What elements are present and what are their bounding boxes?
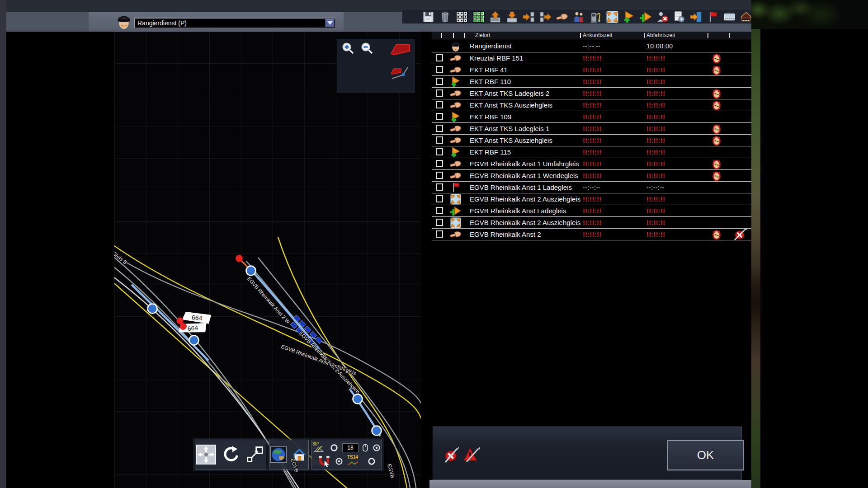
row-checkbox[interactable] — [436, 113, 443, 120]
login-icon[interactable] — [690, 11, 702, 23]
insert-right-icon[interactable] — [523, 11, 535, 23]
control-point[interactable] — [189, 336, 199, 345]
destination-row[interactable]: EKT Anst TKS Ladegleis 1!!:!!:!!!!:!!:!! — [432, 123, 751, 135]
grid-icon[interactable] — [456, 11, 468, 23]
download-icon[interactable] — [506, 11, 518, 23]
track-object-icon[interactable] — [390, 42, 411, 56]
track-object-node-icon[interactable] — [389, 65, 411, 80]
destination-row[interactable]: EGVB Rheinkalk Anst 2 Ausziehgleis!!:!!:… — [432, 193, 751, 205]
radio-ring-icon[interactable] — [367, 457, 376, 466]
destination-row[interactable]: EKT Anst TKS Ausziehgleis!!:!!:!!!!:!!:!… — [432, 99, 751, 111]
selected-track-segment[interactable] — [132, 285, 208, 361]
track-style-icon[interactable]: TS14 — [347, 455, 363, 468]
control-point[interactable] — [148, 304, 157, 314]
radio-selected-icon[interactable] — [372, 443, 381, 452]
row-checkbox[interactable] — [436, 101, 443, 108]
move-tool-button[interactable] — [196, 445, 216, 465]
zoom-in-icon[interactable] — [341, 42, 355, 55]
row-checkbox[interactable] — [436, 148, 443, 155]
remove-entry-icon[interactable] — [734, 228, 747, 241]
row-checkbox[interactable] — [436, 195, 443, 202]
scale-tool-button[interactable] — [245, 445, 265, 465]
destination-row[interactable]: EKT RBF 110!!:!!:!!!!:!!:!! — [432, 76, 751, 88]
wait-clock-icon[interactable] — [712, 65, 721, 75]
destination-row[interactable]: EGVB Rheinkalk Anst 2!!:!!:!!!!:!!:!! — [432, 229, 751, 240]
keypad-icon[interactable] — [723, 11, 736, 23]
wait-clock-icon[interactable] — [712, 123, 721, 134]
column-header-ankunftszeit[interactable]: Ankunftszeit — [583, 32, 612, 38]
ok-button[interactable]: OK — [667, 440, 744, 470]
service-row[interactable]: Rangierdienst--:--:--10:00:00 — [432, 39, 751, 52]
wait-clock-icon[interactable] — [712, 135, 721, 146]
grid-value-input[interactable]: 18 — [342, 443, 359, 452]
track-endpoint-marker[interactable] — [236, 255, 243, 262]
zoom-out-icon[interactable] — [360, 42, 374, 55]
row-checkbox[interactable] — [436, 183, 443, 191]
destination-row[interactable]: EKT RBF 115!!:!!:!!!!:!!:!! — [432, 146, 751, 158]
snap-magnet-icon[interactable] — [317, 455, 331, 467]
destination-row[interactable]: EKT RBF 109!!:!!:!!!!:!!:!! — [432, 111, 751, 123]
save-icon[interactable] — [422, 11, 434, 23]
upload-icon[interactable] — [489, 11, 501, 23]
wait-clock-icon[interactable] — [712, 170, 721, 181]
wait-clock-icon[interactable] — [712, 53, 721, 64]
radio-selected-icon[interactable] — [335, 457, 344, 466]
table-body: Rangierdienst--:--:--10:00:00Kreuztal RB… — [432, 39, 751, 240]
hand-icon[interactable] — [556, 11, 568, 23]
fuel-icon[interactable] — [590, 11, 602, 23]
plus-arrow-icon[interactable] — [640, 11, 652, 23]
destination-row[interactable]: Kreuztal RBF 151!!:!!:!!!!:!!:!! — [432, 52, 751, 64]
wait-clock-icon[interactable] — [712, 229, 721, 240]
insert-left-icon[interactable] — [539, 11, 552, 23]
profile-dropdown[interactable]: Rangierdienst (P) — [134, 18, 336, 28]
destination-row[interactable]: EGVB Rheinkalk Anst 1 Ladegleis--:--:---… — [432, 182, 751, 193]
row-checkbox[interactable] — [436, 54, 443, 61]
control-point[interactable] — [353, 394, 363, 404]
destination-row[interactable]: EKT Anst TKS Ausziehgleis!!:!!:!!!!:!!:!… — [432, 135, 751, 146]
destination-row[interactable]: EGVB Rheinkalk Anst Ladegleis!!:!!:!!!!:… — [432, 205, 751, 217]
user-remove-icon[interactable] — [656, 11, 669, 23]
destination-row[interactable]: EKT Anst TKS Ladegleis 2!!:!!:!!!!:!!:!! — [432, 88, 751, 99]
track-map[interactable]: Gleis 8 EGVB Rheinkalk Anst 2 W EGVB Rhe… — [114, 32, 421, 488]
row-checkbox[interactable] — [436, 172, 443, 179]
column-header-zielort[interactable]: Zielort — [475, 32, 490, 38]
destination-row[interactable]: EGVB Rheinkalk Anst 2 Ausziehgleis!!:!!:… — [432, 217, 751, 229]
cancel-edit-icon[interactable] — [444, 446, 459, 463]
passengers-icon[interactable] — [573, 11, 585, 23]
warning-edit-icon[interactable] — [463, 447, 480, 462]
control-point[interactable] — [372, 426, 382, 436]
flag-icon[interactable] — [707, 11, 719, 23]
arrow-plus-icon[interactable] — [623, 11, 635, 23]
row-checkbox[interactable] — [436, 230, 443, 238]
wait-clock-icon[interactable] — [712, 88, 721, 99]
row-checkbox[interactable] — [436, 207, 443, 214]
angle-snap-icon[interactable]: 30° — [312, 442, 326, 454]
world-view-button[interactable] — [270, 446, 287, 463]
wait-clock-icon[interactable] — [712, 100, 721, 111]
row-checkbox[interactable] — [436, 89, 443, 97]
destination-row[interactable]: EKT RBF 41!!:!!:!!!!:!!:!! — [432, 64, 751, 76]
dropdown-button[interactable] — [326, 19, 335, 27]
rotate-tool-button[interactable] — [221, 445, 241, 465]
row-checkbox[interactable] — [436, 136, 443, 144]
track-endpoint-marker[interactable] — [180, 323, 187, 330]
row-checkbox[interactable] — [436, 125, 443, 132]
header-divider — [464, 33, 465, 38]
wait-clock-icon[interactable] — [712, 159, 721, 169]
doc-gear-icon[interactable] — [673, 11, 685, 23]
trash-icon[interactable] — [439, 11, 451, 23]
row-checkbox[interactable] — [436, 219, 443, 226]
control-point[interactable] — [246, 266, 256, 276]
row-checkbox[interactable] — [436, 66, 443, 73]
destination-row[interactable]: EGVB Rheinkalk Anst 1 Wendegleis!!:!!:!!… — [432, 170, 751, 182]
grid-green-icon[interactable] — [472, 11, 485, 23]
radio-ring-icon[interactable] — [330, 443, 339, 452]
destination-row[interactable]: EGVB Rheinkalk Anst 1 Umfahrgleis!!:!!:!… — [432, 158, 751, 170]
depot-icon[interactable] — [740, 11, 752, 23]
collapse-icon[interactable] — [606, 11, 618, 23]
row-checkbox[interactable] — [436, 160, 443, 167]
row-checkbox[interactable] — [436, 78, 443, 85]
home-view-button[interactable] — [291, 446, 307, 463]
mouse-icon[interactable] — [362, 443, 368, 452]
column-header-abfahrtszeit[interactable]: Abfahrtszeit — [646, 32, 675, 38]
